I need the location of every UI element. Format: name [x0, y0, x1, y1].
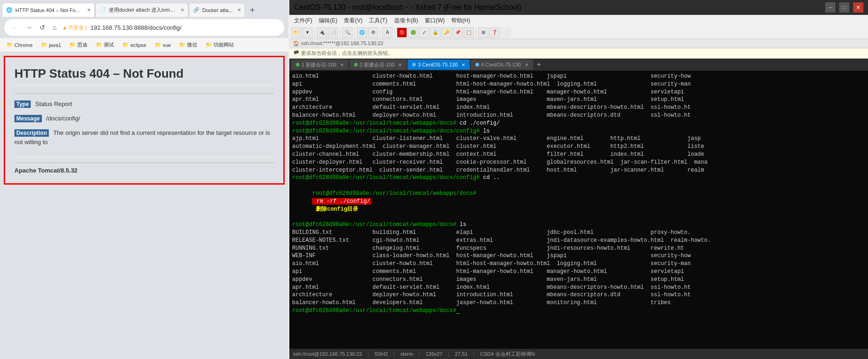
- bookmark-wechat[interactable]: 📁 微信: [176, 40, 200, 49]
- tab-close-2[interactable]: ✕: [398, 62, 402, 67]
- tab-close-1[interactable]: ✕: [87, 7, 91, 13]
- security-warning-icon: ▲ 不安全 |: [62, 24, 87, 31]
- toolbar-more1[interactable]: 📌: [453, 27, 463, 38]
- xshell-window: CentOS-75.130 - root@localhost:~ - Xshel…: [289, 0, 868, 359]
- menu-tools[interactable]: 工具(T): [366, 16, 390, 26]
- home-button[interactable]: ⌂: [51, 23, 58, 32]
- browser-tab-3[interactable]: 🔗 Docker atta... ✕: [189, 3, 245, 17]
- status-session: ssh://root@192.168.75.130:22: [293, 351, 362, 357]
- browser-window: 🌐 HTTP Status 404 – Not Found ✕ 📄 使用dock…: [0, 0, 288, 359]
- toolbar-font[interactable]: A: [382, 27, 393, 38]
- back-button[interactable]: ←: [10, 23, 20, 32]
- minimize-button[interactable]: ─: [825, 2, 835, 13]
- tab-label-1: 1 新建会话-100: [301, 61, 336, 68]
- term-line-17: BUILDING.txt building.html elapi jdbc-po…: [292, 229, 865, 237]
- error-type-section: Type Status Report: [14, 100, 274, 109]
- bookmark-chrome[interactable]: 📁 Chrome: [4, 41, 35, 49]
- xterm-tab-3[interactable]: 3 CentOS-75.130 ✕: [407, 60, 470, 70]
- xterm-tab-4[interactable]: 4 CentOS-75.130 ✕: [471, 60, 533, 70]
- bookmark-vue[interactable]: 📁 vue: [152, 41, 174, 49]
- toolbar-red[interactable]: 🔴: [397, 27, 407, 38]
- toolbar-expand[interactable]: ⤢: [419, 27, 429, 38]
- status-sep-5: |: [473, 351, 474, 357]
- toolbar-new[interactable]: 📁: [291, 27, 301, 38]
- error-footer: Apache Tomcat/8.5.32: [14, 157, 274, 174]
- xshell-toolbar: 📁 ▼ 🔌 ⬜ 🔍 🌐 ⚙ A 🔴 🟢 ⤢ 🔒 🔑 📌 📋 ⊞ ❓ ⬜: [289, 26, 868, 39]
- menu-tabs[interactable]: 选项卡(B): [391, 16, 421, 26]
- error-page: HTTP Status 404 – Not Found Type Status …: [5, 57, 283, 183]
- term-line-10: automatic-deployment.html cluster-manage…: [292, 143, 865, 151]
- toolbar-sep-1: [314, 28, 315, 37]
- toolbar-more2[interactable]: 📋: [464, 27, 474, 38]
- xshell-title-bar: CentOS-75.130 - root@localhost:~ - Xshel…: [289, 0, 868, 15]
- toolbar-settings[interactable]: ⚙: [368, 27, 378, 38]
- new-xterm-tab-button[interactable]: +: [534, 60, 544, 69]
- menu-edit[interactable]: 编辑(E): [316, 16, 340, 26]
- menu-file[interactable]: 文件(F): [291, 16, 315, 26]
- term-line-26: balancer-howto.html developers.html jasp…: [292, 299, 865, 307]
- xshell-info-bar: 🏴 要添加当前会话，点击左侧的箭头按钮。: [289, 48, 868, 59]
- browser-tab-1[interactable]: 🌐 HTTP Status 404 – Not Found ✕: [2, 3, 95, 17]
- close-button[interactable]: ✕: [853, 2, 863, 13]
- tab-close-1[interactable]: ✕: [340, 62, 344, 67]
- toolbar-green[interactable]: 🟢: [408, 27, 418, 38]
- xshell-title-text: CentOS-75.130 - root@localhost:~ - Xshel…: [294, 3, 521, 12]
- tab-bar: 🌐 HTTP Status 404 – Not Found ✕ 📄 使用dock…: [0, 0, 288, 17]
- toolbar-key[interactable]: 🔑: [441, 27, 452, 38]
- toolbar-grid[interactable]: ⊞: [478, 27, 488, 38]
- message-value: /docs/config/: [46, 115, 80, 122]
- term-line-22: api comments.html html-manager-howto.htm…: [292, 268, 865, 276]
- term-line-18: RELEASE-NOTES.txt cgi-howto.html extras.…: [292, 237, 865, 245]
- toolbar-lock[interactable]: 🔒: [430, 27, 441, 38]
- tab-close-3[interactable]: ✕: [237, 7, 241, 13]
- toolbar-sep-4: [380, 28, 381, 37]
- terminal-content[interactable]: aio.html cluster-howto.html host-manager…: [289, 71, 868, 349]
- bookmark-eclipse[interactable]: 📁 eclipse: [120, 41, 149, 49]
- toolbar-search[interactable]: 🔍: [342, 27, 353, 38]
- toolbar-open[interactable]: ▼: [302, 27, 313, 38]
- tab-title-2: 使用docker attach 进入tomcat...: [109, 7, 176, 13]
- menu-view[interactable]: 查看(V): [341, 16, 365, 26]
- bookmark-java1[interactable]: 📁 java1: [38, 41, 64, 49]
- toolbar-help[interactable]: ❓: [489, 27, 500, 38]
- tab-favicon-3: 🔗: [193, 7, 200, 13]
- bookmark-features[interactable]: 📁 功能网站: [203, 40, 237, 49]
- bookmark-sidi[interactable]: 📁 思迪: [67, 40, 90, 49]
- term-prompt-1: root@dfc628d98a0e:/usr/local/tomcat/weba…: [292, 120, 865, 127]
- tab-dot-3: [412, 63, 416, 66]
- bookmark-folder-icon: 📁: [96, 42, 102, 48]
- status-size: 126x27: [426, 351, 442, 357]
- toolbar-disabled[interactable]: ⬜: [501, 27, 511, 38]
- status-sep-4: |: [448, 351, 449, 357]
- term-line-2: api comments.html html-host-manager-howt…: [292, 80, 865, 88]
- reload-button[interactable]: ↺: [38, 23, 47, 32]
- toolbar-disconnect[interactable]: ⬜: [328, 27, 338, 38]
- address-text[interactable]: 192.168.75.130:8888/docs/config/: [90, 24, 279, 31]
- toolbar-sep-3: [354, 28, 355, 37]
- xterm-tab-1[interactable]: 1 新建会话-100 ✕: [291, 60, 348, 70]
- description-label: Description: [14, 129, 49, 137]
- toolbar-sep-2: [340, 28, 341, 37]
- toolbar-connect[interactable]: 🔌: [317, 27, 327, 38]
- term-line-25: architecture deployer-howto.html introdu…: [292, 291, 865, 299]
- menu-window[interactable]: 窗口(W): [422, 16, 447, 26]
- window-controls: ─ □ ✕: [825, 2, 863, 13]
- toolbar-globe[interactable]: 🌐: [357, 27, 367, 38]
- xterm-tab-2[interactable]: 2 新建会话-100 ✕: [349, 60, 407, 70]
- term-prompt-rm: root@dfc628d98a0e:/usr/local/tomcat/weba…: [292, 182, 865, 221]
- xshell-status-bar: ssh://root@192.168.75.130:22 | SSH2 | xt…: [289, 349, 868, 359]
- new-tab-button[interactable]: +: [246, 4, 259, 17]
- term-line-3: appdev config html-manager-howto.html ma…: [292, 88, 865, 96]
- forward-button[interactable]: →: [24, 23, 34, 32]
- tab-close-4[interactable]: ✕: [525, 62, 528, 67]
- browser-tab-2[interactable]: 📄 使用docker attach 进入tomcat... ✕: [95, 3, 188, 17]
- menu-help[interactable]: 帮助(H): [448, 16, 473, 26]
- tab-label-3: 3 CentOS-75.130: [418, 62, 458, 67]
- tab-close-3[interactable]: ✕: [461, 62, 465, 67]
- tab-close-2[interactable]: ✕: [180, 7, 184, 13]
- tab-label-4: 4 CentOS-75.130: [481, 62, 521, 67]
- bookmark-label: Chrome: [14, 42, 33, 48]
- xshell-tabs: 1 新建会话-100 ✕ 2 新建会话-100 ✕ 3 CentOS-75.13…: [289, 59, 868, 71]
- bookmark-test[interactable]: 📁 测试: [93, 40, 117, 49]
- maximize-button[interactable]: □: [839, 2, 849, 13]
